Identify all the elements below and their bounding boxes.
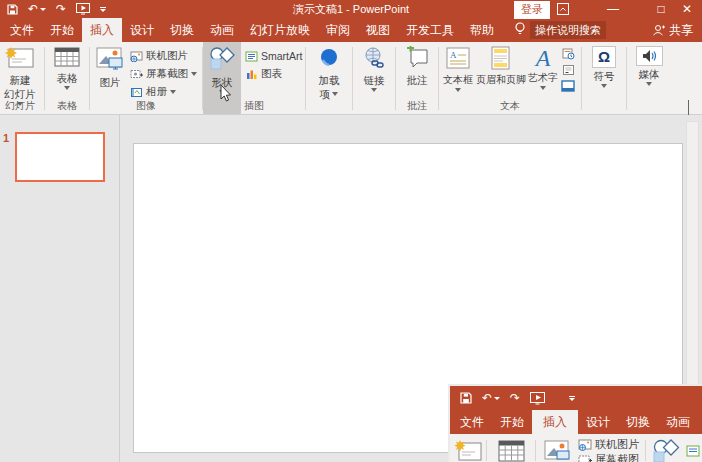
- ribbon-tab-row: 文件 开始 插入 设计 切换 动画 幻灯片放映 审阅 视图 开发工具 帮助 操作…: [0, 18, 702, 42]
- photo-album-label: 相册: [146, 85, 167, 99]
- shapes-icon[interactable]: [646, 437, 686, 462]
- screenshot-label: 屏幕截图: [146, 67, 188, 81]
- tab-design[interactable]: 设计: [122, 18, 162, 42]
- minimize-icon[interactable]: —: [602, 0, 624, 18]
- undo-dropdown-icon[interactable]: [494, 397, 500, 400]
- tab-help[interactable]: 帮助: [462, 18, 502, 42]
- ribbon-display-options-icon[interactable]: [552, 0, 574, 18]
- object-icon[interactable]: [561, 79, 575, 93]
- speaker-icon: [636, 46, 663, 66]
- online-pictures-button[interactable]: 联机图片: [130, 47, 197, 65]
- mini-title-bar: ↶ ↷: [450, 386, 702, 410]
- shapes-icon: [208, 46, 236, 74]
- chevron-down-icon: [332, 92, 338, 96]
- tab-view[interactable]: 视图: [358, 18, 398, 42]
- table-label: 表格: [57, 72, 78, 84]
- tell-me-search[interactable]: 操作说明搜索: [530, 21, 606, 39]
- ribbon-group-links: 链接: [353, 42, 395, 114]
- start-slideshow-icon[interactable]: [530, 392, 545, 405]
- login-button[interactable]: 登录: [514, 1, 550, 19]
- online-pictures-icon: [130, 51, 143, 62]
- collapse-ribbon-icon[interactable]: [688, 101, 695, 108]
- tab-review[interactable]: 审阅: [318, 18, 358, 42]
- tab-slideshow[interactable]: 幻灯片放映: [242, 18, 318, 42]
- addins-label-2: 项: [320, 88, 331, 100]
- tab-insert[interactable]: 插入: [532, 410, 578, 434]
- lightbulb-icon: [514, 22, 526, 39]
- online-pictures-label: 联机图片: [595, 437, 639, 452]
- new-slide-icon[interactable]: [450, 437, 486, 462]
- start-slideshow-icon[interactable]: [76, 3, 90, 15]
- maximize-icon[interactable]: □: [650, 0, 672, 18]
- symbol-label: 符号: [594, 70, 615, 82]
- tab-animations[interactable]: 动画: [202, 18, 242, 42]
- share-label: 共享: [669, 22, 693, 39]
- redo-icon[interactable]: ↷: [56, 3, 66, 15]
- close-icon[interactable]: ✕: [676, 0, 698, 18]
- tab-slideshow[interactable]: 幻灯片放映: [698, 410, 702, 434]
- quick-access-toolbar: ↶ ↷: [0, 3, 106, 15]
- chart-icon: [245, 69, 258, 80]
- tab-home[interactable]: 开始: [492, 410, 532, 434]
- ribbon-group-images: 图片 联机图片 屏幕截图 相册 图像: [90, 42, 202, 114]
- chevron-down-icon: [64, 86, 70, 90]
- tab-transitions[interactable]: 切换: [162, 18, 202, 42]
- table-icon[interactable]: [487, 437, 535, 462]
- tab-design[interactable]: 设计: [578, 410, 618, 434]
- ribbon-group-slides: 新建 幻灯片 幻灯片: [0, 42, 44, 114]
- mini-ribbon: 联机图片 屏幕截图: [450, 434, 702, 462]
- picture-icon[interactable]: [536, 437, 578, 462]
- group-label-text: 文本: [439, 99, 581, 113]
- customize-qat-icon[interactable]: [569, 396, 575, 401]
- wordart-icon: A: [536, 46, 551, 70]
- mini-powerpoint-window[interactable]: ↶ ↷ 文件 开始 插入 设计 切换 动画 幻灯片放映: [448, 384, 702, 462]
- tab-file[interactable]: 文件: [2, 18, 42, 42]
- date-time-icon[interactable]: [561, 47, 575, 61]
- header-footer-icon: [490, 46, 512, 72]
- redo-icon[interactable]: ↷: [510, 392, 520, 404]
- links-label: 链接: [364, 74, 385, 86]
- header-footer-label: 页眉和页脚: [476, 74, 526, 86]
- addins-icon: [317, 46, 341, 72]
- save-icon[interactable]: [460, 392, 472, 404]
- online-pictures-button[interactable]: 联机图片: [578, 437, 639, 452]
- group-label-comments: 批注: [396, 99, 438, 113]
- smartart-icon[interactable]: [686, 437, 700, 462]
- media-button[interactable]: 媒体: [627, 42, 671, 114]
- symbol-button[interactable]: Ω 符号: [582, 42, 626, 114]
- slide-number-icon[interactable]: [561, 63, 575, 77]
- undo-button[interactable]: ↶: [28, 3, 46, 15]
- table-icon: [54, 46, 80, 70]
- vertical-scrollbar[interactable]: [686, 121, 699, 386]
- ribbon-group-illustrations: 形状 SmartArt 图表 插图: [203, 42, 305, 114]
- addins-button[interactable]: 加载 项: [306, 42, 352, 114]
- wordart-label: 艺术字: [528, 72, 558, 84]
- smartart-button[interactable]: SmartArt: [245, 47, 302, 65]
- tab-insert[interactable]: 插入: [82, 18, 122, 42]
- tab-file[interactable]: 文件: [452, 410, 492, 434]
- tab-animations[interactable]: 动画: [658, 410, 698, 434]
- tab-developer[interactable]: 开发工具: [398, 18, 462, 42]
- media-label: 媒体: [639, 68, 660, 80]
- screenshot-button[interactable]: 屏幕截图: [578, 452, 639, 462]
- mouse-cursor: [220, 84, 232, 102]
- screenshot-button[interactable]: 屏幕截图: [130, 65, 197, 83]
- links-button[interactable]: 链接: [353, 42, 395, 114]
- slide-thumbnail[interactable]: [15, 132, 105, 182]
- tab-home[interactable]: 开始: [42, 18, 82, 42]
- save-icon[interactable]: [7, 4, 18, 15]
- photo-album-icon: [130, 87, 143, 98]
- mini-quick-access-toolbar: ↶ ↷: [450, 392, 575, 405]
- chevron-down-icon: [540, 86, 546, 90]
- chart-button[interactable]: 图表: [245, 65, 302, 83]
- person-icon: [652, 24, 665, 36]
- online-pictures-label: 联机图片: [146, 49, 188, 63]
- mini-images-small-buttons: 联机图片 屏幕截图: [578, 437, 639, 462]
- slide-thumbnail-panel[interactable]: 1: [0, 115, 120, 462]
- customize-qat-icon[interactable]: [100, 7, 106, 12]
- undo-dropdown-icon[interactable]: [40, 8, 46, 11]
- tab-transitions[interactable]: 切换: [618, 410, 658, 434]
- undo-button[interactable]: ↶: [482, 392, 500, 404]
- share-button[interactable]: 共享: [652, 18, 693, 42]
- new-slide-icon: [5, 46, 35, 72]
